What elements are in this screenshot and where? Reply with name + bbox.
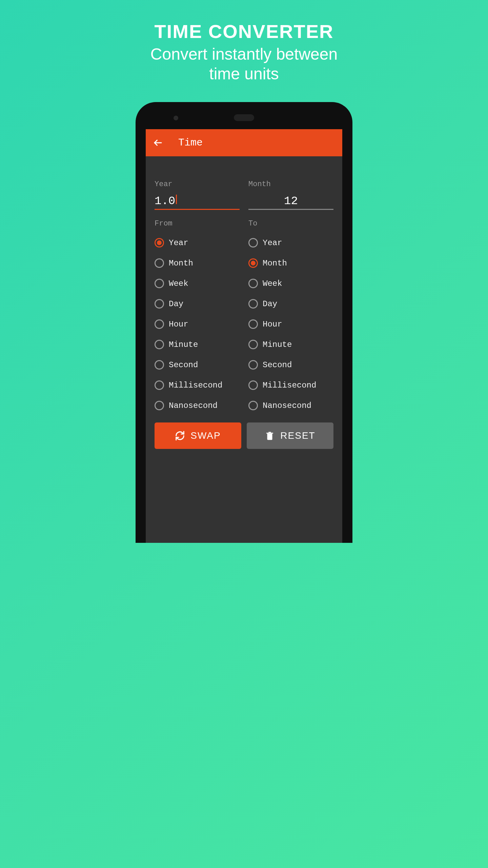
radio-icon xyxy=(155,340,164,349)
promo-title: TIME CONVERTER xyxy=(155,20,334,42)
from-field-column: Year 1.0 xyxy=(155,180,240,210)
radio-label: Day xyxy=(169,299,183,309)
radio-label: Month xyxy=(263,259,287,268)
radio-label: Millisecond xyxy=(169,381,222,390)
to-column: To YearMonthWeekDayHourMinuteSecondMilli… xyxy=(248,210,333,416)
to-heading: To xyxy=(248,219,333,228)
to-input-value: 12 xyxy=(248,195,333,208)
swap-button-label: SWAP xyxy=(190,430,221,441)
radio-icon xyxy=(248,299,258,309)
back-button[interactable] xyxy=(152,137,164,149)
to-radio-week[interactable]: Week xyxy=(248,273,333,294)
radio-label: Minute xyxy=(263,340,292,349)
radio-icon xyxy=(155,258,164,268)
promo-subtitle-line1: Convert instantly between xyxy=(150,45,338,63)
swap-icon xyxy=(175,431,185,441)
from-input-wrap[interactable]: 1.0 xyxy=(155,195,240,210)
from-column: From YearMonthWeekDayHourMinuteSecondMil… xyxy=(155,210,240,416)
radio-label: Year xyxy=(169,238,188,248)
radio-label: Day xyxy=(263,299,277,309)
radio-label: Minute xyxy=(169,340,198,349)
radio-label: Hour xyxy=(263,320,282,329)
radio-icon xyxy=(248,401,258,410)
radio-label: Nanosecond xyxy=(263,401,311,410)
content-area: Year 1.0 Month 12 From YearMonthWeekDayH… xyxy=(146,156,342,456)
text-cursor xyxy=(176,195,177,204)
from-radio-week[interactable]: Week xyxy=(155,273,240,294)
radio-icon xyxy=(248,380,258,390)
from-field-label: Year xyxy=(155,180,240,189)
from-radio-nanosecond[interactable]: Nanosecond xyxy=(155,395,240,416)
radio-icon xyxy=(155,238,164,248)
reset-button[interactable]: RESET xyxy=(247,422,333,449)
from-radio-list: YearMonthWeekDayHourMinuteSecondMillisec… xyxy=(155,233,240,416)
radio-label: Nanosecond xyxy=(169,401,218,410)
swap-button[interactable]: SWAP xyxy=(155,422,241,449)
radio-icon xyxy=(155,380,164,390)
to-field-label: Month xyxy=(248,180,333,189)
app-header: Time xyxy=(146,129,342,156)
unit-columns: From YearMonthWeekDayHourMinuteSecondMil… xyxy=(155,210,333,416)
to-radio-millisecond[interactable]: Millisecond xyxy=(248,375,333,395)
button-row: SWAP RESET xyxy=(155,422,333,449)
radio-label: Week xyxy=(263,279,282,288)
to-radio-hour[interactable]: Hour xyxy=(248,314,333,334)
radio-label: Second xyxy=(263,360,292,370)
radio-icon xyxy=(248,340,258,349)
arrow-left-icon xyxy=(153,138,163,148)
from-radio-hour[interactable]: Hour xyxy=(155,314,240,334)
radio-icon xyxy=(155,319,164,329)
from-radio-month[interactable]: Month xyxy=(155,253,240,273)
radio-icon xyxy=(155,401,164,410)
to-radio-day[interactable]: Day xyxy=(248,294,333,314)
radio-icon xyxy=(248,360,258,370)
from-heading: From xyxy=(155,219,240,228)
from-radio-minute[interactable]: Minute xyxy=(155,334,240,355)
reset-button-label: RESET xyxy=(280,430,315,441)
to-input-wrap[interactable]: 12 xyxy=(248,195,333,210)
radio-icon xyxy=(248,258,258,268)
to-radio-year[interactable]: Year xyxy=(248,233,333,253)
radio-label: Hour xyxy=(169,320,188,329)
to-radio-month[interactable]: Month xyxy=(248,253,333,273)
to-radio-minute[interactable]: Minute xyxy=(248,334,333,355)
radio-label: Year xyxy=(263,238,282,248)
phone-frame: Time Year 1.0 Month 12 xyxy=(136,102,352,543)
from-radio-day[interactable]: Day xyxy=(155,294,240,314)
from-radio-millisecond[interactable]: Millisecond xyxy=(155,375,240,395)
radio-icon xyxy=(248,279,258,288)
from-input-value[interactable]: 1.0 xyxy=(155,195,175,208)
to-radio-second[interactable]: Second xyxy=(248,355,333,375)
promo-subtitle-line2: time units xyxy=(209,65,279,83)
radio-icon xyxy=(248,238,258,248)
radio-icon xyxy=(155,299,164,309)
to-radio-nanosecond[interactable]: Nanosecond xyxy=(248,395,333,416)
radio-icon xyxy=(155,279,164,288)
radio-label: Month xyxy=(169,259,193,268)
trash-icon xyxy=(265,431,275,441)
radio-label: Millisecond xyxy=(263,381,316,390)
from-radio-second[interactable]: Second xyxy=(155,355,240,375)
radio-icon xyxy=(248,319,258,329)
radio-icon xyxy=(155,360,164,370)
phone-camera xyxy=(174,116,178,120)
promo-subtitle: Convert instantly between time units xyxy=(150,44,338,83)
to-field-column: Month 12 xyxy=(248,180,333,210)
radio-label: Week xyxy=(169,279,188,288)
from-radio-year[interactable]: Year xyxy=(155,233,240,253)
input-row: Year 1.0 Month 12 xyxy=(155,180,333,210)
header-title: Time xyxy=(178,137,203,149)
app-screen: Time Year 1.0 Month 12 xyxy=(146,129,342,543)
to-radio-list: YearMonthWeekDayHourMinuteSecondMillisec… xyxy=(248,233,333,416)
phone-speaker xyxy=(234,114,254,121)
radio-label: Second xyxy=(169,360,198,370)
